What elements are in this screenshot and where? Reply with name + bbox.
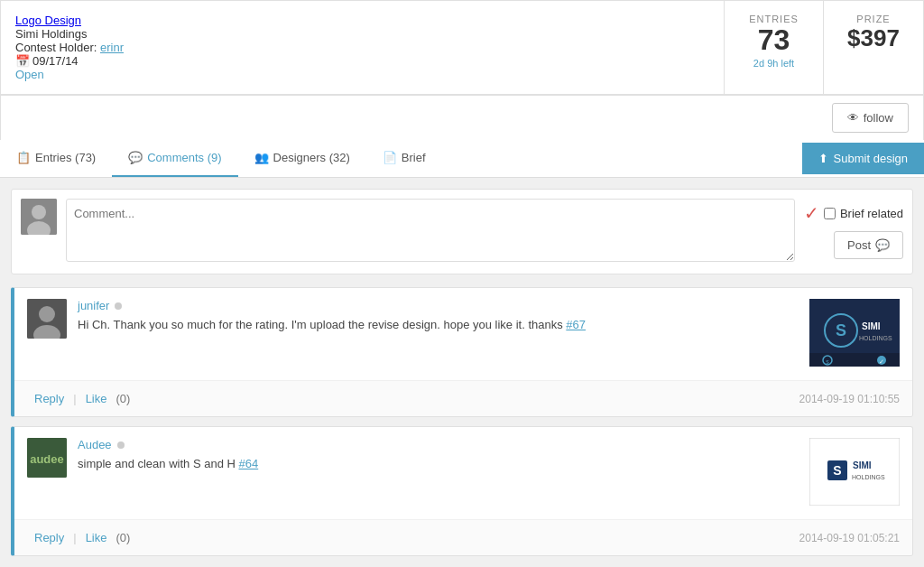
svg-point-4 [39, 306, 55, 322]
holder-name-link[interactable]: erinr [100, 41, 124, 54]
design-preview-light: S SIMI HOLDINGS [809, 438, 900, 508]
comments-tab-icon: 💬 [128, 151, 143, 164]
comment-input-area: ✓ Brief related Post 💬 [11, 189, 913, 274]
svg-text:S: S [836, 321, 846, 339]
logo-design-link[interactable]: Logo Design [15, 14, 81, 27]
tab-designers[interactable]: 👥 Designers (32) [238, 140, 366, 177]
chat-icon: 💬 [875, 238, 890, 252]
post-button[interactable]: Post 💬 [834, 231, 903, 259]
svg-text:s: s [826, 358, 829, 365]
tabs-bar: 📋 Entries (73) 💬 Comments (9) 👥 Designer… [0, 140, 924, 178]
comment-form-actions: ✓ Brief related Post 💬 [804, 202, 903, 259]
audee-timestamp: 2014-09-19 01:05:21 [799, 532, 900, 544]
comment-textarea[interactable] [66, 199, 795, 262]
svg-text:SIMI: SIMI [853, 460, 872, 470]
designers-tab-icon: 👥 [254, 151, 269, 164]
submit-design-button[interactable]: ⬆ Submit design [802, 143, 924, 174]
brief-tab-icon: 📄 [383, 151, 397, 164]
junifer-like-count: (0) [116, 392, 131, 405]
junifer-like-button[interactable]: Like [79, 388, 115, 409]
junifer-comment-body: junifer Hi Ch. Thank you so much for the… [78, 299, 799, 334]
calendar-icon: 📅 [15, 54, 30, 68]
audee-comment-body: Audee simple and clean with S and H #64 [78, 438, 799, 473]
brief-related-label: Brief related [840, 207, 903, 220]
brief-related-checkbox[interactable] [824, 208, 836, 219]
online-indicator [115, 302, 122, 310]
status-badge: Open [15, 68, 44, 81]
tab-brief[interactable]: 📄 Brief [366, 140, 442, 177]
current-user-avatar [21, 199, 57, 235]
svg-text:✓: ✓ [879, 358, 884, 365]
junifer-comment-footer: Reply | Like (0) 2014-09-19 01:10:55 [14, 380, 912, 416]
junifer-username[interactable]: junifer [78, 299, 109, 312]
contest-holder-label: Contest Holder: [15, 41, 97, 54]
entries-sub: 2d 9h left [743, 58, 805, 69]
audee-username[interactable]: Audee [78, 438, 112, 451]
prize-value: $397 [842, 24, 905, 52]
junifer-comment-text: Hi Ch. Thank you so much for the rating.… [78, 316, 799, 334]
design-preview-dark: S SIMI HOLDINGS s ✓ [809, 299, 900, 369]
svg-text:HOLDINGS: HOLDINGS [859, 335, 892, 341]
prize-label: PRIZE [842, 14, 905, 24]
entries-tab-icon: 📋 [16, 151, 31, 164]
junifer-timestamp: 2014-09-19 01:10:55 [799, 393, 900, 405]
audee-like-count: (0) [116, 531, 131, 544]
svg-text:HOLDINGS: HOLDINGS [852, 474, 885, 480]
audee-reply-button[interactable]: Reply [27, 527, 71, 548]
audee-like-button[interactable]: Like [79, 527, 115, 548]
entry-hash-link[interactable]: #67 [566, 318, 586, 331]
comment-item: audee Audee simple and clean with S and … [11, 426, 913, 556]
contest-date: 📅 09/17/14 [15, 54, 709, 68]
tab-comments[interactable]: 💬 Comments (9) [112, 140, 237, 177]
svg-point-1 [32, 205, 46, 219]
follow-button[interactable]: 👁 follow [832, 103, 909, 133]
svg-rect-18 [809, 438, 900, 506]
entry-hash-link-2[interactable]: #64 [239, 457, 259, 470]
svg-text:S: S [833, 463, 841, 478]
brief-related-group: ✓ Brief related [804, 202, 903, 224]
eye-icon: 👁 [847, 111, 859, 125]
checkmark-icon: ✓ [804, 202, 819, 224]
junifer-avatar [27, 299, 67, 339]
audee-avatar: audee [27, 438, 67, 478]
audee-comment-text: simple and clean with S and H #64 [78, 455, 799, 473]
tab-entries[interactable]: 📋 Entries (73) [0, 140, 112, 177]
comment-item: junifer Hi Ch. Thank you so much for the… [11, 287, 913, 417]
online-indicator [117, 442, 125, 449]
company-name: Simi Holdings [15, 27, 709, 41]
entries-value: 73 [743, 24, 805, 56]
audee-comment-footer: Reply | Like (0) 2014-09-19 01:05:21 [14, 519, 912, 555]
junifer-reply-button[interactable]: Reply [27, 388, 71, 409]
svg-text:SIMI: SIMI [862, 321, 881, 331]
upload-icon: ⬆ [818, 152, 828, 165]
comment-input-wrapper [66, 199, 795, 265]
svg-text:audee: audee [30, 452, 64, 466]
